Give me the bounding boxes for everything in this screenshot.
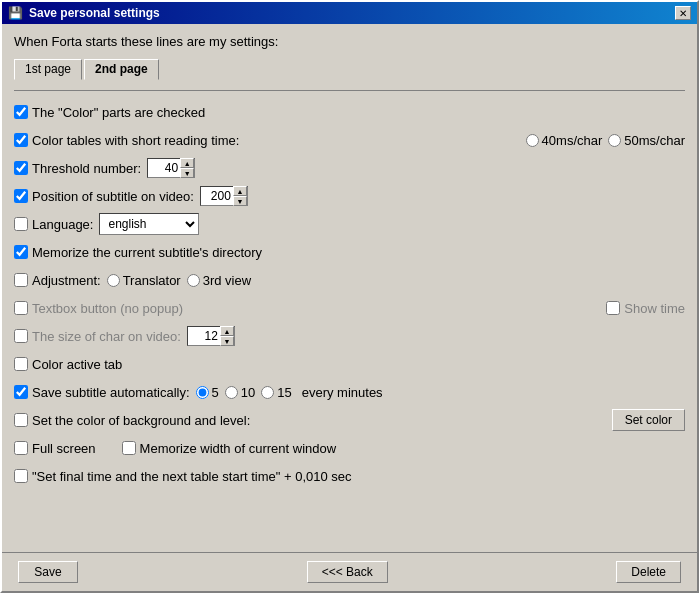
language-select-wrap: english french german spanish <box>99 213 199 235</box>
row-color-tables: Color tables with short reading time: 40… <box>14 129 685 151</box>
checkbox-adjustment[interactable]: Adjustment: <box>14 273 101 288</box>
textbox-checkbox[interactable] <box>14 301 28 315</box>
5min-radio[interactable] <box>196 386 209 399</box>
radio-translator[interactable]: Translator <box>107 273 181 288</box>
delete-button[interactable]: Delete <box>616 561 681 583</box>
memorize-dir-checkbox[interactable] <box>14 245 28 259</box>
position-spin-buttons: ▲ ▼ <box>233 186 247 206</box>
window-icon: 💾 <box>8 6 23 20</box>
checkbox-position[interactable]: Position of subtitle on video: <box>14 189 194 204</box>
full-screen-label: Full screen <box>32 441 96 456</box>
back-button[interactable]: <<< Back <box>307 561 388 583</box>
radio-15min[interactable]: 15 <box>261 385 291 400</box>
language-select[interactable]: english french german spanish <box>99 213 199 235</box>
position-label: Position of subtitle on video: <box>32 189 194 204</box>
40ms-radio[interactable] <box>526 134 539 147</box>
position-checkbox[interactable] <box>14 189 28 203</box>
row-char-size: The size of char on video: 12 ▲ ▼ <box>14 325 685 347</box>
threshold-spin-buttons: ▲ ▼ <box>180 158 194 178</box>
row-set-final-time: "Set final time and the next table start… <box>14 465 685 487</box>
window-title: Save personal settings <box>29 6 160 20</box>
checkbox-color-tables[interactable]: Color tables with short reading time: <box>14 133 239 148</box>
50ms-radio[interactable] <box>608 134 621 147</box>
row-adjustment: Adjustment: Translator 3rd view <box>14 269 685 291</box>
color-active-tab-checkbox[interactable] <box>14 357 28 371</box>
checkbox-color-parts[interactable]: The "Color" parts are checked <box>14 105 205 120</box>
checkbox-show-time[interactable]: Show time <box>606 301 685 316</box>
save-subtitle-checkbox[interactable] <box>14 385 28 399</box>
save-subtitle-label: Save subtitle automatically: <box>32 385 190 400</box>
char-size-spin-up[interactable]: ▲ <box>220 326 234 336</box>
textbox-label: Textbox button (no popup) <box>32 301 183 316</box>
radio-50ms[interactable]: 50ms/char <box>608 133 685 148</box>
row-color-active-tab: Color active tab <box>14 353 685 375</box>
radio-5min[interactable]: 5 <box>196 385 219 400</box>
char-size-checkbox[interactable] <box>14 329 28 343</box>
memorize-width-label: Memorize width of current window <box>140 441 337 456</box>
position-spin-down[interactable]: ▼ <box>233 196 247 206</box>
save-button[interactable]: Save <box>18 561 78 583</box>
3rdview-label: 3rd view <box>203 273 251 288</box>
position-spinbox[interactable]: 200 ▲ ▼ <box>200 186 248 206</box>
full-screen-checkbox[interactable] <box>14 441 28 455</box>
row-position: Position of subtitle on video: 200 ▲ ▼ <box>14 185 685 207</box>
title-bar: 💾 Save personal settings ✕ <box>2 2 697 24</box>
checkbox-memorize-width[interactable]: Memorize width of current window <box>122 441 337 456</box>
radio-3rdview[interactable]: 3rd view <box>187 273 251 288</box>
tab-2nd-page[interactable]: 2nd page <box>84 59 159 80</box>
char-size-spin-down[interactable]: ▼ <box>220 336 234 346</box>
adjustment-label: Adjustment: <box>32 273 101 288</box>
50ms-label: 50ms/char <box>624 133 685 148</box>
close-button[interactable]: ✕ <box>675 6 691 20</box>
3rdview-radio[interactable] <box>187 274 200 287</box>
radio-40ms[interactable]: 40ms/char <box>526 133 603 148</box>
checkbox-char-size[interactable]: The size of char on video: <box>14 329 181 344</box>
checkbox-textbox[interactable]: Textbox button (no popup) <box>14 301 183 316</box>
checkbox-set-final-time[interactable]: "Set final time and the next table start… <box>14 469 352 484</box>
checkbox-threshold[interactable]: Threshold number: <box>14 161 141 176</box>
position-input[interactable]: 200 <box>201 187 233 205</box>
window: 💾 Save personal settings ✕ When Forta st… <box>0 0 699 593</box>
10min-radio[interactable] <box>225 386 238 399</box>
threshold-spin-down[interactable]: ▼ <box>180 168 194 178</box>
threshold-input[interactable]: 40 <box>148 159 180 177</box>
memorize-width-checkbox[interactable] <box>122 441 136 455</box>
checkbox-memorize-dir[interactable]: Memorize the current subtitle's director… <box>14 245 262 260</box>
color-tables-checkbox[interactable] <box>14 133 28 147</box>
checkbox-color-active-tab[interactable]: Color active tab <box>14 357 122 372</box>
color-parts-checkbox[interactable] <box>14 105 28 119</box>
tab-1st-page[interactable]: 1st page <box>14 59 82 80</box>
language-checkbox[interactable] <box>14 217 28 231</box>
threshold-spin-up[interactable]: ▲ <box>180 158 194 168</box>
row-memorize-dir: Memorize the current subtitle's director… <box>14 241 685 263</box>
radio-10min[interactable]: 10 <box>225 385 255 400</box>
bottom-bar: Save <<< Back Delete <box>2 552 697 591</box>
row-fullscreen-memorize: Full screen Memorize width of current wi… <box>14 437 685 459</box>
row-set-color-bg: Set the color of background and level: S… <box>14 409 685 431</box>
char-size-spinbox[interactable]: 12 ▲ ▼ <box>187 326 235 346</box>
checkbox-full-screen[interactable]: Full screen <box>14 441 96 456</box>
char-size-input[interactable]: 12 <box>188 327 220 345</box>
position-spin-up[interactable]: ▲ <box>233 186 247 196</box>
set-final-time-checkbox[interactable] <box>14 469 28 483</box>
tabs-container: 1st page 2nd page <box>14 59 685 80</box>
color-parts-label: The "Color" parts are checked <box>32 105 205 120</box>
char-size-label: The size of char on video: <box>32 329 181 344</box>
row-language: Language: english french german spanish <box>14 213 685 235</box>
save-auto-options: 5 10 15 every minutes <box>196 385 383 400</box>
reading-time-options: 40ms/char 50ms/char <box>526 133 685 148</box>
15min-radio[interactable] <box>261 386 274 399</box>
title-bar-buttons: ✕ <box>675 6 691 20</box>
translator-radio[interactable] <box>107 274 120 287</box>
threshold-spinbox[interactable]: 40 ▲ ▼ <box>147 158 195 178</box>
adjustment-checkbox[interactable] <box>14 273 28 287</box>
40ms-label: 40ms/char <box>542 133 603 148</box>
show-time-checkbox[interactable] <box>606 301 620 315</box>
set-color-bg-checkbox[interactable] <box>14 413 28 427</box>
checkbox-set-color-bg[interactable]: Set the color of background and level: <box>14 413 250 428</box>
checkbox-save-subtitle[interactable]: Save subtitle automatically: <box>14 385 190 400</box>
checkbox-language[interactable]: Language: <box>14 217 93 232</box>
threshold-checkbox[interactable] <box>14 161 28 175</box>
adjustment-options: Translator 3rd view <box>107 273 251 288</box>
set-color-button[interactable]: Set color <box>612 409 685 431</box>
